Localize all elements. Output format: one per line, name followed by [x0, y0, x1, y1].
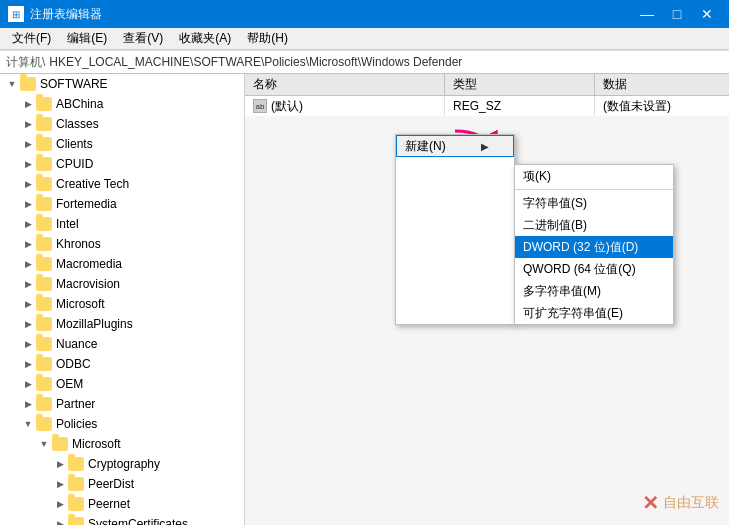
- title-bar-left: ⊞ 注册表编辑器: [8, 6, 102, 23]
- tree-label: Peernet: [88, 497, 130, 511]
- registry-default-icon: ab: [253, 99, 267, 113]
- context-menu-container: 新建(N) ▶ 项(K) 字符串值(S) 二进制值(B) DWORD (32 位…: [395, 134, 674, 325]
- cm-label: 多字符串值(M): [523, 283, 601, 300]
- tree-label: Creative Tech: [56, 177, 129, 191]
- tree-item-peerdist[interactable]: ▶ PeerDist: [0, 474, 244, 494]
- tree-item-policies-microsoft[interactable]: ▼ Microsoft: [0, 434, 244, 454]
- expand-icon: ▶: [20, 236, 36, 252]
- expand-icon: ▶: [20, 116, 36, 132]
- column-header-type: 类型: [445, 74, 595, 95]
- expand-icon: ▶: [20, 336, 36, 352]
- cell-name-text: (默认): [271, 98, 303, 115]
- tree-item-cryptography[interactable]: ▶ Cryptography: [0, 454, 244, 474]
- folder-icon: [36, 237, 52, 251]
- tree-item-cpuid[interactable]: ▶ CPUID: [0, 154, 244, 174]
- tree-item-partner[interactable]: ▶ Partner: [0, 394, 244, 414]
- cm-item-qword[interactable]: QWORD (64 位值(Q): [515, 258, 673, 280]
- expand-icon: ▶: [20, 96, 36, 112]
- tree-item-clients[interactable]: ▶ Clients: [0, 134, 244, 154]
- tree-item-nuance[interactable]: ▶ Nuance: [0, 334, 244, 354]
- tree-item-macrovision[interactable]: ▶ Macrovision: [0, 274, 244, 294]
- folder-icon: [36, 137, 52, 151]
- tree-item-systemcerts[interactable]: ▶ SystemCertificates: [0, 514, 244, 525]
- tree-label: ABChina: [56, 97, 103, 111]
- watermark: ✕ 自由互联: [642, 491, 719, 515]
- folder-icon: [36, 297, 52, 311]
- menu-view[interactable]: 查看(V): [115, 28, 171, 49]
- expand-icon: ▶: [52, 456, 68, 472]
- cm-item-key[interactable]: 项(K): [515, 165, 673, 187]
- tree-label: Macrovision: [56, 277, 120, 291]
- folder-icon: [36, 97, 52, 111]
- menu-edit[interactable]: 编辑(E): [59, 28, 115, 49]
- tree-item-fortemedia[interactable]: ▶ Fortemedia: [0, 194, 244, 214]
- tree-item-creative-tech[interactable]: ▶ Creative Tech: [0, 174, 244, 194]
- context-menu-level1: 新建(N) ▶: [395, 134, 515, 325]
- folder-icon: [36, 197, 52, 211]
- cm-item-dword[interactable]: DWORD (32 位)值(D): [515, 236, 673, 258]
- window-controls: — □ ✕: [633, 0, 721, 28]
- folder-icon: [68, 517, 84, 525]
- tree-label: Clients: [56, 137, 93, 151]
- expand-icon: ▶: [52, 516, 68, 525]
- tree-label: Fortemedia: [56, 197, 117, 211]
- tree-item-microsoft[interactable]: ▶ Microsoft: [0, 294, 244, 314]
- tree-label: Microsoft: [56, 297, 105, 311]
- folder-icon: [52, 437, 68, 451]
- cm-label: DWORD (32 位)值(D): [523, 239, 638, 256]
- tree-item-odbc[interactable]: ▶ ODBC: [0, 354, 244, 374]
- menu-favorites[interactable]: 收藏夹(A): [171, 28, 239, 49]
- context-menu-level2: 项(K) 字符串值(S) 二进制值(B) DWORD (32 位)值(D) QW…: [514, 164, 674, 325]
- tree-label: Policies: [56, 417, 97, 431]
- cm-label: 字符串值(S): [523, 195, 587, 212]
- folder-icon: [68, 457, 84, 471]
- tree-panel[interactable]: ▼ SOFTWARE ▶ ABChina ▶ Classes ▶ Clients…: [0, 74, 245, 525]
- tree-item-abchina[interactable]: ▶ ABChina: [0, 94, 244, 114]
- cm-item-multistring[interactable]: 多字符串值(M): [515, 280, 673, 302]
- watermark-text: 自由互联: [663, 494, 719, 512]
- expand-icon: ▶: [20, 356, 36, 372]
- cm-item-binary[interactable]: 二进制值(B): [515, 214, 673, 236]
- expand-icon: ▶: [20, 296, 36, 312]
- cm-separator: [515, 189, 673, 190]
- submenu-arrow: ▶: [481, 141, 489, 152]
- folder-icon: [36, 417, 52, 431]
- watermark-x-icon: ✕: [642, 491, 659, 515]
- address-label: 计算机\: [6, 54, 45, 71]
- expand-icon: ▶: [20, 256, 36, 272]
- address-bar: 计算机\ HKEY_LOCAL_MACHINE\SOFTWARE\Policie…: [0, 50, 729, 74]
- table-row[interactable]: ab (默认) REG_SZ (数值未设置): [245, 96, 729, 116]
- context-menu-new-item[interactable]: 新建(N) ▶: [396, 135, 514, 157]
- tree-item-macromedia[interactable]: ▶ Macromedia: [0, 254, 244, 274]
- tree-item-khronos[interactable]: ▶ Khronos: [0, 234, 244, 254]
- window-title: 注册表编辑器: [30, 6, 102, 23]
- folder-icon: [36, 277, 52, 291]
- cm-item-string[interactable]: 字符串值(S): [515, 192, 673, 214]
- tree-item-software[interactable]: ▼ SOFTWARE: [0, 74, 244, 94]
- folder-icon: [68, 477, 84, 491]
- tree-item-policies[interactable]: ▼ Policies: [0, 414, 244, 434]
- tree-item-mozillaplugins[interactable]: ▶ MozillaPlugins: [0, 314, 244, 334]
- content-panel: 名称 类型 数据 ab (默认) REG_SZ (数值未设置): [245, 74, 729, 525]
- minimize-button[interactable]: —: [633, 0, 661, 28]
- folder-icon: [36, 257, 52, 271]
- expand-icon: ▶: [20, 176, 36, 192]
- tree-item-classes[interactable]: ▶ Classes: [0, 114, 244, 134]
- menu-help[interactable]: 帮助(H): [239, 28, 296, 49]
- tree-label: CPUID: [56, 157, 93, 171]
- tree-item-peernet[interactable]: ▶ Peernet: [0, 494, 244, 514]
- tree-label: Cryptography: [88, 457, 160, 471]
- expand-icon: ▶: [52, 496, 68, 512]
- tree-label: Microsoft: [72, 437, 121, 451]
- close-button[interactable]: ✕: [693, 0, 721, 28]
- menu-bar: 文件(F) 编辑(E) 查看(V) 收藏夹(A) 帮助(H): [0, 28, 729, 50]
- new-label: 新建(N): [405, 138, 446, 155]
- tree-label: Khronos: [56, 237, 101, 251]
- tree-item-oem[interactable]: ▶ OEM: [0, 374, 244, 394]
- table-header: 名称 类型 数据: [245, 74, 729, 96]
- cm-item-expandable[interactable]: 可扩充字符串值(E): [515, 302, 673, 324]
- maximize-button[interactable]: □: [663, 0, 691, 28]
- tree-item-intel[interactable]: ▶ Intel: [0, 214, 244, 234]
- menu-file[interactable]: 文件(F): [4, 28, 59, 49]
- folder-icon: [68, 497, 84, 511]
